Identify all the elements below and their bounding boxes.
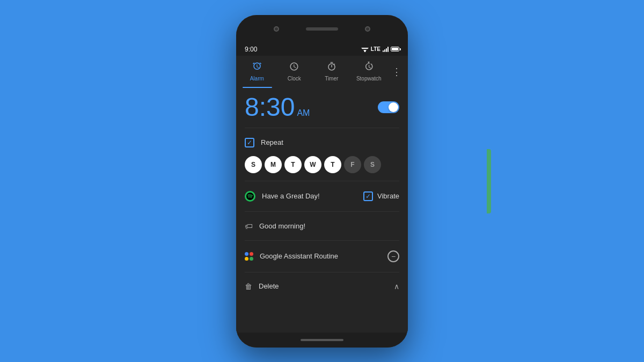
- front-camera-right: [365, 26, 370, 32]
- divider-4: [245, 240, 399, 241]
- alarm-tab-label: Alarm: [250, 76, 264, 82]
- day-wednesday[interactable]: W: [304, 156, 321, 173]
- assistant-remove-button[interactable]: −: [387, 250, 399, 262]
- divider-2: [245, 181, 399, 181]
- clock-tab-icon: [289, 62, 299, 74]
- divider-5: [245, 272, 399, 272]
- day-monday[interactable]: M: [265, 156, 282, 173]
- ringtone-left[interactable]: Have a Great Day!: [245, 191, 320, 202]
- phone-frame: 9:00 LTE: [236, 15, 408, 348]
- alarm-time-digits: 8:30: [245, 94, 295, 120]
- side-accent: [487, 149, 491, 213]
- alarm-time-row: 8:30 AM: [245, 94, 399, 120]
- stopwatch-tab-icon: [364, 62, 374, 74]
- phone-bottom: [236, 333, 408, 348]
- alarm-toggle[interactable]: [378, 101, 399, 113]
- status-bar: 9:00 LTE: [236, 43, 408, 56]
- timer-tab-icon: [327, 62, 336, 74]
- timer-tab-label: Timer: [325, 76, 338, 82]
- front-camera-left: [274, 26, 279, 32]
- divider-3: [245, 211, 399, 212]
- more-options-button[interactable]: ⋮: [387, 66, 406, 78]
- trash-icon: 🗑: [245, 282, 252, 291]
- day-sunday[interactable]: S: [245, 156, 262, 173]
- vibrate-label: Vibrate: [377, 192, 399, 200]
- vibrate-checkbox[interactable]: ✓: [363, 191, 373, 201]
- tab-stopwatch[interactable]: Stopwatch: [350, 56, 388, 88]
- alarm-time-display: 8:30 AM: [245, 94, 310, 120]
- alarm-tab-icon: [252, 62, 262, 74]
- battery-icon: [391, 47, 399, 51]
- delete-row: 🗑 Delete ∧: [245, 277, 399, 296]
- repeat-label: Repeat: [261, 138, 283, 146]
- assistant-label: Google Assistant Routine: [260, 252, 338, 260]
- nav-tabs: Alarm Clock Timer: [236, 56, 408, 88]
- repeat-row[interactable]: ✓ Repeat: [245, 132, 399, 153]
- alarm-time-period: AM: [297, 108, 310, 118]
- assistant-left: Google Assistant Routine: [245, 252, 338, 261]
- status-time: 9:00: [245, 46, 257, 53]
- status-icons: LTE: [361, 46, 399, 52]
- active-tab-indicator: [243, 87, 272, 88]
- toggle-knob: [389, 102, 398, 112]
- google-assistant-icon: [245, 252, 253, 261]
- stopwatch-tab-label: Stopwatch: [356, 76, 382, 82]
- page-background: 9:00 LTE: [0, 0, 644, 362]
- phone-top-bar: [236, 15, 408, 43]
- assistant-row[interactable]: Google Assistant Routine −: [245, 245, 399, 268]
- chevron-up-icon[interactable]: ∧: [394, 282, 399, 291]
- delete-label: Delete: [259, 282, 279, 290]
- label-icon: 🏷: [245, 221, 253, 231]
- day-thursday[interactable]: T: [324, 156, 341, 173]
- day-saturday[interactable]: S: [364, 156, 381, 173]
- wifi-icon: [361, 47, 369, 52]
- signal-icon: [383, 47, 389, 52]
- vibrate-right[interactable]: ✓ Vibrate: [363, 191, 399, 201]
- home-indicator: [301, 339, 343, 341]
- days-row: S M T W T F S: [245, 153, 399, 176]
- day-friday[interactable]: F: [344, 156, 361, 173]
- tab-timer[interactable]: Timer: [313, 56, 350, 88]
- alarm-content: 8:30 AM ✓ Repeat S M T: [236, 88, 408, 333]
- day-tuesday[interactable]: T: [284, 156, 302, 173]
- delete-left[interactable]: 🗑 Delete: [245, 282, 279, 291]
- label-name: Good morning!: [259, 222, 305, 230]
- ringtone-row: Have a Great Day! ✓ Vibrate: [245, 186, 399, 207]
- tab-clock[interactable]: Clock: [276, 56, 313, 88]
- ringtone-name: Have a Great Day!: [262, 192, 320, 200]
- phone-speaker: [306, 27, 338, 31]
- label-row[interactable]: 🏷 Good morning!: [245, 216, 399, 236]
- repeat-checkbox[interactable]: ✓: [245, 138, 254, 147]
- lte-label: LTE: [371, 46, 380, 52]
- spotify-icon: [245, 191, 255, 202]
- phone-screen: 9:00 LTE: [236, 43, 408, 333]
- divider-1: [245, 128, 399, 128]
- tab-alarm[interactable]: Alarm: [238, 56, 276, 88]
- clock-tab-label: Clock: [288, 76, 301, 82]
